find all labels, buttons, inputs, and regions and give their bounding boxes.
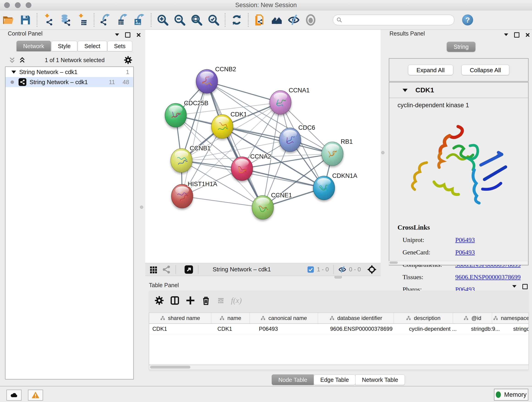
help-button[interactable]: ? xyxy=(462,14,473,26)
network-edge[interactable] xyxy=(182,81,207,196)
horizontal-splitter-handle[interactable] xyxy=(335,276,342,279)
table-cell[interactable]: CDK1 xyxy=(149,324,214,334)
import-network-file-button[interactable] xyxy=(41,13,56,27)
collapse-all-icon[interactable] xyxy=(9,57,16,64)
zoom-selected-button[interactable] xyxy=(206,13,221,27)
network-collection-row[interactable]: String Network – cdk1 1 xyxy=(6,67,133,77)
warnings-button[interactable] xyxy=(28,390,43,401)
network-node-RB1[interactable]: RB1 xyxy=(322,138,353,166)
panel-float-icon[interactable] xyxy=(125,32,130,38)
column-header-canonical-name[interactable]: canonical name xyxy=(250,313,318,323)
refresh-button[interactable] xyxy=(230,13,244,27)
network-canvas[interactable]: CCNB2CCNA1CDC25BCDK1CDC6RB1CCNB1CCNA2CDK… xyxy=(145,30,380,263)
network-node-CDKN1A[interactable]: CDKN1A xyxy=(313,172,357,200)
column-header-namespace[interactable]: namespace xyxy=(492,313,529,323)
table-cell[interactable]: P06493 xyxy=(256,324,327,334)
zoom-out-button[interactable] xyxy=(172,13,187,27)
tab-network[interactable]: Network xyxy=(17,41,51,51)
delete-table-icon xyxy=(217,296,225,305)
session-home-button[interactable] xyxy=(270,13,284,27)
zoom-in-button[interactable] xyxy=(156,13,170,27)
panel-close-icon[interactable] xyxy=(525,33,530,37)
column-header-name[interactable]: name xyxy=(211,313,250,323)
network-node-CDC6[interactable]: CDC6 xyxy=(279,124,315,152)
panel-menu-icon[interactable] xyxy=(504,33,508,38)
tab-node-table[interactable]: Node Table xyxy=(272,375,314,385)
panel-menu-icon[interactable] xyxy=(512,285,516,290)
tab-sets[interactable]: Sets xyxy=(108,41,132,51)
show-columns-icon[interactable] xyxy=(170,296,180,305)
left-splitter-handle[interactable] xyxy=(140,206,143,209)
table-cell[interactable]: stringdb:9... xyxy=(468,324,510,334)
network-node-CDC25B[interactable]: CDC25B xyxy=(165,100,209,127)
network-edge[interactable] xyxy=(207,81,263,207)
tab-network-table[interactable]: Network Table xyxy=(355,375,405,385)
network-edge[interactable] xyxy=(207,81,280,102)
tab-select[interactable]: Select xyxy=(78,41,107,51)
cloud-status-button[interactable] xyxy=(6,390,22,401)
save-session-button[interactable] xyxy=(18,13,32,27)
tree-expand-icon[interactable] xyxy=(12,70,16,76)
network-node-HIST1H1A[interactable]: HIST1H1A xyxy=(171,181,217,208)
column-header-@id[interactable]: @id xyxy=(453,313,492,323)
open-session-button[interactable] xyxy=(1,13,16,27)
clone-network-button[interactable] xyxy=(253,13,267,27)
crosslink-link[interactable]: P06493 xyxy=(455,249,475,256)
table-cell[interactable]: CDK1 xyxy=(214,324,256,334)
right-splitter-handle[interactable] xyxy=(381,151,385,154)
collapse-section-icon[interactable] xyxy=(403,89,408,95)
results-scrollbar-thumb[interactable] xyxy=(389,262,398,264)
network-graph[interactable]: CCNB2CCNA1CDC25BCDK1CDC6RB1CCNB1CCNA2CDK… xyxy=(145,30,380,263)
expand-all-button[interactable]: Expand All xyxy=(408,65,453,75)
memory-button[interactable]: Memory xyxy=(494,389,528,401)
tab-edge-table[interactable]: Edge Table xyxy=(314,375,355,385)
tab-string[interactable]: String xyxy=(447,42,475,52)
table-scrollbar-thumb[interactable] xyxy=(150,366,190,369)
collection-label: String Network – cdk1 xyxy=(19,69,77,76)
table-row[interactable]: CDK1CDK1P064939606.ENSP00000378699cyclin… xyxy=(149,324,529,334)
network-view-icon[interactable] xyxy=(162,265,171,274)
export-table-button[interactable] xyxy=(115,13,130,27)
import-network-database-button[interactable] xyxy=(58,13,73,27)
panel-menu-icon[interactable] xyxy=(115,33,119,38)
node-details-header[interactable]: CDK1 xyxy=(389,83,528,98)
network-row-selected[interactable]: String Network – cdk1 11 48 xyxy=(6,77,133,87)
table-cell[interactable]: 9606.ENSP00000378699 xyxy=(327,324,406,334)
network-node-CCNA1[interactable]: CCNA1 xyxy=(270,87,310,114)
delete-column-icon[interactable] xyxy=(201,296,211,305)
panel-float-icon[interactable] xyxy=(514,32,519,38)
expand-all-icon[interactable] xyxy=(19,57,26,64)
fit-crosshair-icon[interactable] xyxy=(367,264,377,274)
export-image-button[interactable] xyxy=(133,13,147,27)
panel-float-icon[interactable] xyxy=(522,284,528,289)
table-gear-icon[interactable] xyxy=(154,296,164,305)
hide-selected-button[interactable] xyxy=(287,13,301,27)
network-node-CCNB2[interactable]: CCNB2 xyxy=(196,66,236,93)
network-options-gear-icon[interactable] xyxy=(124,56,133,64)
network-edge[interactable] xyxy=(242,169,324,188)
column-header-database-identifier[interactable]: database identifier xyxy=(318,313,394,323)
tab-style[interactable]: Style xyxy=(51,41,77,51)
search-input[interactable] xyxy=(345,17,451,23)
table-cell[interactable]: cyclin-dependent ... xyxy=(406,324,468,334)
open-in-new-icon[interactable] xyxy=(184,265,193,274)
zoom-fit-button[interactable] xyxy=(190,13,204,27)
network-edge[interactable] xyxy=(182,196,263,207)
column-header-description[interactable]: description xyxy=(394,313,453,323)
grid-view-icon[interactable] xyxy=(149,265,158,274)
panel-close-icon[interactable] xyxy=(136,33,140,37)
crosslink-link[interactable]: P06493 xyxy=(455,236,475,244)
export-network-button[interactable] xyxy=(99,13,113,27)
import-table-button[interactable] xyxy=(75,13,89,27)
selected-checkbox-icon[interactable] xyxy=(307,266,314,273)
network-node-CDK1[interactable]: CDK1 xyxy=(211,111,247,138)
show-eye-button[interactable] xyxy=(304,13,318,27)
column-header-shared-name[interactable]: shared name xyxy=(149,313,211,323)
table-cell[interactable]: stringdb xyxy=(510,324,529,334)
collapse-all-button[interactable]: Collapse All xyxy=(462,65,510,75)
network-node-CCNB1[interactable]: CCNB1 xyxy=(171,145,211,172)
results-scrollbar[interactable] xyxy=(389,261,528,265)
hidden-eye-slash-icon[interactable] xyxy=(338,266,346,274)
add-column-icon[interactable] xyxy=(186,296,195,305)
table-scrollbar[interactable] xyxy=(149,365,529,370)
